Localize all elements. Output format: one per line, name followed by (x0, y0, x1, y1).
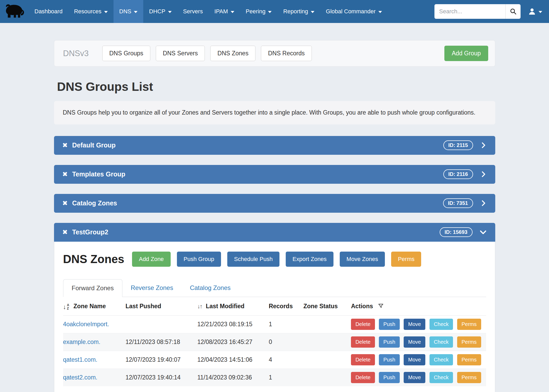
group-bar-catalog-zones[interactable]: ✖ Catalog Zones ID: 7351 (54, 194, 495, 213)
dns-zones-button[interactable]: DNS Zones (210, 46, 255, 61)
zone-link[interactable]: 4oakcloneImport. (63, 321, 109, 328)
group-id-badge: ID: 2115 (443, 140, 473, 150)
dns-zones-title: DNS Zones (63, 253, 124, 266)
nav-item-servers[interactable]: Servers (177, 0, 209, 23)
sort-alpha-icon[interactable]: ↓ AZ (63, 304, 69, 310)
chevron-down-icon[interactable] (479, 228, 487, 236)
last-modified-cell: 12/04/2023 14:51:06 (197, 351, 269, 369)
export-zones-button[interactable]: Export Zones (286, 252, 333, 267)
move-zones-button[interactable]: Move Zones (340, 252, 385, 267)
perms-button[interactable]: Perms (457, 372, 481, 383)
nav-item-dashboard[interactable]: Dashboard (29, 0, 68, 23)
push-button[interactable]: Push (379, 372, 400, 383)
group-name: TestGroup2 (72, 228, 108, 236)
remove-icon[interactable]: ✖ (62, 229, 68, 235)
group-bar-default-group[interactable]: ✖ Default Group ID: 2115 (54, 136, 495, 155)
zone-status-cell (303, 369, 351, 387)
nav-item-reporting[interactable]: Reporting (277, 0, 320, 23)
nav-label: DHCP (149, 8, 165, 15)
perms-button[interactable]: Perms (391, 252, 421, 267)
actions-cell: Delete Push Move Check Perms (351, 369, 486, 387)
user-menu[interactable] (528, 7, 542, 16)
table-row: qatest1.com. 12/07/2023 19:40:07 12/04/2… (63, 351, 486, 369)
delete-button[interactable]: Delete (351, 372, 375, 383)
move-button[interactable]: Move (404, 372, 425, 383)
nav-item-dhcp[interactable]: DHCP (143, 0, 177, 23)
check-button[interactable]: Check (429, 336, 453, 348)
dns-groups-button[interactable]: DNS Groups (102, 46, 150, 61)
dns-records-button[interactable]: DNS Records (261, 46, 312, 61)
remove-icon[interactable]: ✖ (62, 142, 68, 149)
nav-item-peering[interactable]: Peering (240, 0, 278, 23)
group-name: Default Group (72, 141, 116, 149)
dns-servers-button[interactable]: DNS Servers (156, 46, 205, 61)
delete-button[interactable]: Delete (351, 336, 375, 348)
push-button[interactable]: Push (379, 319, 400, 330)
move-button[interactable]: Move (404, 336, 425, 348)
last-modified-cell: 11/14/2023 09:02:36 (197, 369, 269, 387)
last-pushed-cell: 12/11/2023 08:57:18 (126, 333, 197, 351)
group-id-badge: ID: 15693 (440, 227, 473, 237)
nav-item-dns[interactable]: DNS (114, 0, 143, 23)
zone-link[interactable]: qatest1.com. (63, 356, 98, 363)
chevron-down-icon (168, 11, 172, 13)
last-modified-cell: 12/21/2023 08:19:15 (197, 316, 269, 333)
group-bar-templates-group[interactable]: ✖ Templates Group ID: 2116 (54, 165, 495, 184)
app-logo[interactable] (0, 0, 29, 23)
check-button[interactable]: Check (429, 372, 453, 383)
nav-item-resources[interactable]: Resources (68, 0, 114, 23)
chevron-right-icon[interactable] (480, 171, 487, 178)
zone-link[interactable]: qatest2.com. (63, 374, 98, 381)
delete-button[interactable]: Delete (351, 319, 375, 330)
search-button[interactable] (505, 4, 521, 19)
col-header-last-modified[interactable]: ↓ ↑ Last Modified (197, 297, 269, 316)
nav-item-ipam[interactable]: IPAM (208, 0, 240, 23)
zone-status-cell (303, 351, 351, 369)
search-group (434, 4, 521, 19)
group-id-badge: ID: 2116 (443, 169, 473, 179)
push-button[interactable]: Push (379, 336, 400, 348)
push-button[interactable]: Push (379, 354, 400, 365)
nav-label: DNS (119, 8, 131, 15)
chevron-right-icon[interactable] (480, 200, 487, 207)
remove-icon[interactable]: ✖ (62, 171, 68, 177)
col-header-last-pushed: Last Pushed (126, 297, 197, 316)
move-button[interactable]: Move (404, 319, 425, 330)
user-icon (528, 7, 536, 16)
check-button[interactable]: Check (429, 319, 453, 330)
schedule-push-button[interactable]: Schedule Push (227, 252, 279, 267)
chevron-down-icon (268, 11, 272, 13)
add-zone-button[interactable]: Add Zone (132, 252, 170, 267)
tab-forward-zones[interactable]: Forward Zones (63, 279, 122, 297)
records-cell: 0 (269, 333, 303, 351)
tab-catalog-zones[interactable]: Catalog Zones (182, 279, 239, 297)
perms-button[interactable]: Perms (457, 354, 481, 365)
chevron-right-icon[interactable] (480, 142, 487, 149)
chevron-down-icon (104, 11, 108, 13)
nav-label: Global Commander (326, 8, 376, 15)
zone-status-cell (303, 316, 351, 333)
tab-reverse-zones[interactable]: Reverse Zones (122, 279, 182, 297)
zone-link[interactable]: example.com. (63, 338, 100, 345)
check-button[interactable]: Check (429, 354, 453, 365)
add-group-button[interactable]: Add Group (444, 46, 488, 61)
push-group-button[interactable]: Push Group (177, 252, 221, 267)
col-header-actions: Actions (351, 297, 486, 316)
group-id-badge: ID: 7351 (443, 198, 473, 208)
last-modified-cell: 12/08/2023 16:45:27 (197, 333, 269, 351)
move-button[interactable]: Move (404, 354, 425, 365)
chevron-down-icon (231, 11, 234, 13)
page-description: DNS Groups help you to organize all of y… (54, 101, 495, 124)
remove-icon[interactable]: ✖ (62, 200, 68, 206)
delete-button[interactable]: Delete (351, 354, 375, 365)
sort-icon[interactable]: ↓ ↑ (197, 303, 202, 310)
records-cell: 4 (269, 351, 303, 369)
perms-button[interactable]: Perms (457, 336, 481, 348)
nav-item-global-commander[interactable]: Global Commander (320, 0, 388, 23)
filter-icon[interactable] (378, 303, 384, 309)
perms-button[interactable]: Perms (457, 319, 481, 330)
dnsv3-label: DNSv3 (63, 49, 89, 58)
col-header-zone-name[interactable]: ↓ AZ Zone Name (63, 297, 126, 316)
search-input[interactable] (434, 4, 505, 19)
group-bar-testgroup2[interactable]: ✖ TestGroup2 ID: 15693 (54, 223, 495, 242)
